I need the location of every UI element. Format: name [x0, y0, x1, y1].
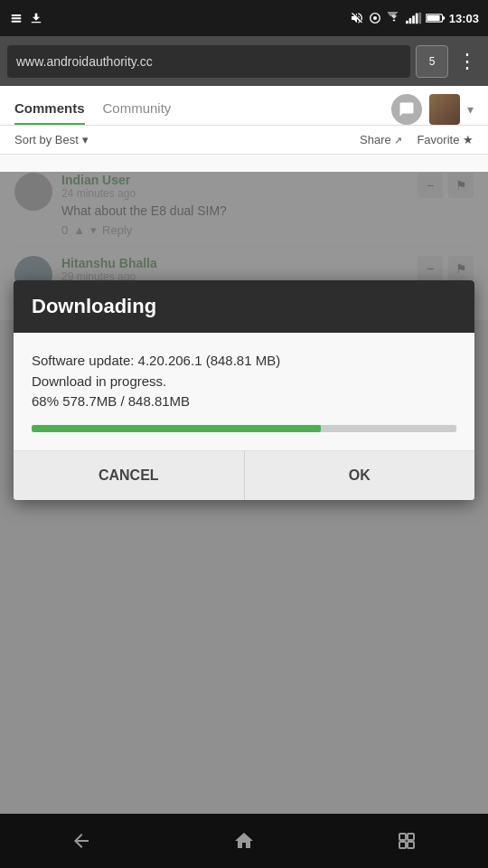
headset-icon	[368, 11, 382, 25]
progress-text: 68% 578.7MB / 848.81MB	[32, 393, 190, 409]
page-content: Comments Community ▾ Sort by Best ▾	[0, 86, 488, 320]
battery-icon	[426, 13, 446, 24]
progress-fill	[32, 425, 321, 432]
share-icon: ↗	[394, 135, 402, 146]
tab-count: 5	[429, 55, 436, 68]
sort-bar: Sort by Best ▾ Share ↗ Favorite ★	[0, 126, 488, 155]
status-bar: 13:03	[0, 0, 488, 36]
svg-rect-2	[12, 21, 22, 23]
modal-header: Downloading	[14, 280, 474, 333]
url-text: www.androidauthority.cc	[16, 54, 153, 69]
svg-rect-7	[408, 18, 411, 24]
svg-rect-9	[416, 14, 418, 24]
sort-actions: Share ↗ Favorite ★	[360, 133, 474, 146]
notification-icon	[9, 11, 23, 25]
status-right: 13:03	[350, 11, 479, 25]
modal-overlay: Downloading Software update: 4.20.206.1 …	[0, 172, 488, 868]
download-icon	[29, 11, 43, 25]
tab-button[interactable]: 5	[416, 45, 448, 78]
chevron-down-icon: ▾	[467, 102, 474, 117]
share-button[interactable]: Share ↗	[360, 133, 402, 146]
time-display: 13:03	[449, 12, 479, 25]
svg-rect-13	[427, 15, 439, 21]
browser-bar: www.androidauthority.cc 5 ⋮	[0, 36, 488, 86]
svg-rect-6	[406, 21, 408, 24]
user-avatar[interactable]	[429, 94, 460, 125]
modal-buttons: CANCEL OK	[14, 450, 474, 500]
svg-rect-0	[12, 14, 22, 16]
svg-rect-8	[412, 15, 415, 24]
svg-point-5	[373, 16, 377, 20]
cancel-button[interactable]: CANCEL	[14, 451, 245, 500]
chat-icon	[399, 101, 415, 118]
favorite-button[interactable]: Favorite ★	[417, 133, 474, 146]
modal-message: Software update: 4.20.206.1 (848.81 MB) …	[32, 351, 456, 412]
svg-rect-3	[32, 22, 42, 23]
status-left	[9, 11, 43, 25]
download-status: Download in progress.	[32, 373, 166, 389]
progress-bar-container	[32, 425, 456, 432]
sort-chevron-icon: ▾	[82, 133, 89, 146]
modal-title: Downloading	[32, 295, 456, 318]
tab-comments[interactable]: Comments	[14, 93, 85, 125]
nav-icons: ▾	[391, 94, 474, 125]
modal-body: Software update: 4.20.206.1 (848.81 MB) …	[14, 333, 474, 450]
url-bar[interactable]: www.androidauthority.cc	[7, 45, 410, 78]
nav-tabs-row: Comments Community ▾	[14, 93, 474, 125]
signal-icon	[406, 12, 422, 24]
download-modal: Downloading Software update: 4.20.206.1 …	[14, 280, 474, 500]
sort-label[interactable]: Sort by Best ▾	[14, 133, 89, 146]
menu-button[interactable]: ⋮	[454, 46, 481, 77]
wifi-icon	[386, 12, 402, 24]
svg-rect-10	[418, 13, 421, 24]
chat-icon-btn[interactable]	[391, 94, 422, 125]
star-icon: ★	[463, 133, 474, 146]
tab-community[interactable]: Community	[103, 93, 172, 125]
svg-rect-1	[12, 17, 22, 19]
top-nav: Comments Community ▾	[0, 86, 488, 126]
software-info: Software update: 4.20.206.1 (848.81 MB)	[32, 353, 280, 368]
mute-icon	[350, 11, 364, 25]
ok-button[interactable]: OK	[245, 451, 475, 500]
svg-rect-12	[442, 16, 445, 19]
